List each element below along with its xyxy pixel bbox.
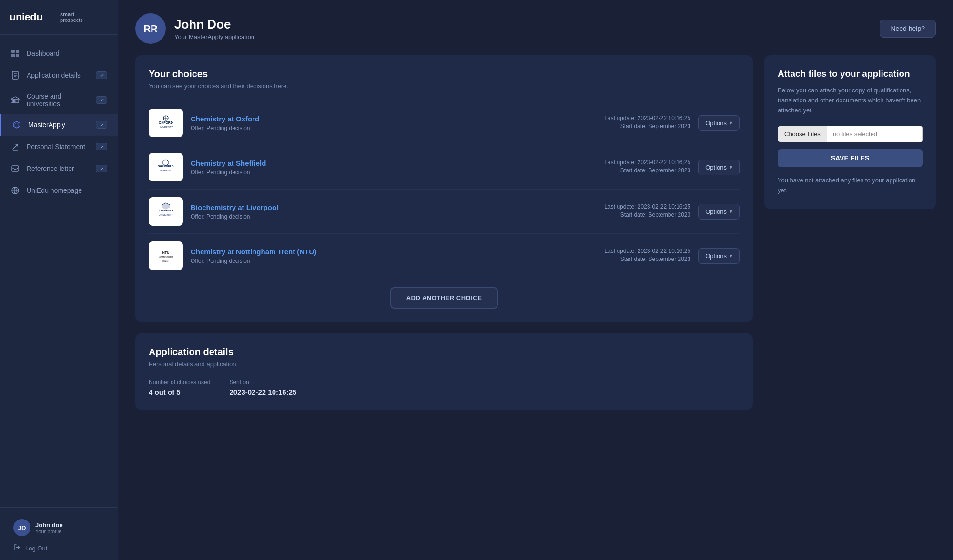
choice-name-sheffield: Chemistry at Sheffield bbox=[191, 159, 578, 167]
choice-offer-oxford: Offer: Pending decision bbox=[191, 125, 578, 131]
application-details-card: Application details Personal details and… bbox=[135, 333, 753, 410]
nav-badge bbox=[96, 165, 107, 172]
choice-dates-oxford: Last update: 2023-02-22 10:16:25 Start d… bbox=[586, 115, 690, 131]
save-files-button[interactable]: SAVE FILES bbox=[778, 149, 923, 167]
user-name: John doe bbox=[35, 521, 104, 529]
add-another-choice-button[interactable]: ADD ANOTHER CHOICE bbox=[390, 287, 498, 309]
personal-statement-icon bbox=[10, 142, 20, 151]
sent-on-stat: Sent on 2023-02-22 10:16:25 bbox=[229, 379, 296, 396]
options-button-sheffield[interactable]: Options ▾ bbox=[698, 160, 740, 175]
attach-desc: Below you can attach your copy of qualif… bbox=[778, 86, 923, 115]
svg-marker-13 bbox=[13, 121, 20, 128]
attach-title: Attach files to your application bbox=[778, 69, 923, 79]
choices-subtitle: You can see your choices and their decis… bbox=[149, 82, 740, 90]
svg-marker-14 bbox=[15, 123, 19, 128]
header-name: John Doe bbox=[174, 17, 254, 32]
svg-rect-1 bbox=[16, 50, 19, 53]
nav-items: Dashboard Application details bbox=[0, 35, 118, 507]
svg-text:OXFORD: OXFORD bbox=[159, 121, 173, 124]
choice-dates-ntu: Last update: 2023-02-22 10:16:25 Start d… bbox=[586, 248, 690, 264]
file-name-display: no files selected bbox=[827, 126, 923, 142]
uni-logo-liverpool: LIVERPOOL UNIVERSITY bbox=[149, 197, 183, 226]
choice-name-oxford: Chemistry at Oxford bbox=[191, 115, 578, 123]
svg-text:SHEFFIELD: SHEFFIELD bbox=[158, 165, 174, 168]
page-header: RR John Doe Your MasterApply application… bbox=[118, 0, 953, 55]
svg-text:NTU: NTU bbox=[162, 251, 169, 254]
options-button-oxford[interactable]: Options ▾ bbox=[698, 115, 740, 131]
choices-title: Your choices bbox=[149, 69, 740, 80]
logo-divider bbox=[51, 10, 51, 24]
sidebar-item-label: Application details bbox=[27, 71, 81, 79]
header-user-info: John Doe Your MasterApply application bbox=[174, 17, 254, 40]
choices-used-stat: Number of choices used 4 out of 5 bbox=[149, 379, 210, 396]
choices-used-value: 4 out of 5 bbox=[149, 388, 210, 396]
reference-letter-icon bbox=[10, 164, 20, 173]
svg-rect-0 bbox=[11, 50, 15, 53]
choice-name-ntu: Chemistry at Nottingham Trent (NTU) bbox=[191, 248, 578, 256]
sidebar-footer: JD John doe Your profile Log Out bbox=[0, 507, 118, 560]
choice-info-oxford: Chemistry at Oxford Offer: Pending decis… bbox=[191, 115, 578, 131]
sidebar-item-label: Reference letter bbox=[27, 165, 74, 172]
sidebar-item-course-universities[interactable]: Course and universities bbox=[0, 86, 118, 114]
svg-text:NOTTINGHAM: NOTTINGHAM bbox=[159, 256, 173, 259]
chevron-down-icon: ▾ bbox=[730, 164, 732, 170]
choice-start-date-ntu: Start date: September 2023 bbox=[586, 256, 690, 262]
chevron-down-icon: ▾ bbox=[730, 252, 732, 259]
choice-last-update-liverpool: Last update: 2023-02-22 10:16:25 bbox=[586, 203, 690, 210]
sidebar-item-personal-statement[interactable]: Personal Statement bbox=[0, 136, 118, 158]
choice-offer-ntu: Offer: Pending decision bbox=[191, 258, 578, 264]
logout-icon bbox=[13, 544, 20, 552]
svg-rect-16 bbox=[12, 166, 19, 171]
application-details-icon bbox=[10, 70, 20, 80]
logo-smart-bottom: prospects bbox=[60, 17, 83, 23]
choice-last-update-sheffield: Last update: 2023-02-22 10:16:25 bbox=[586, 159, 690, 166]
svg-rect-10 bbox=[15, 100, 16, 102]
attach-warning: You have not attached any files to your … bbox=[778, 176, 923, 196]
attach-card: Attach files to your application Below y… bbox=[764, 55, 936, 209]
choice-last-update-ntu: Last update: 2023-02-22 10:16:25 bbox=[586, 248, 690, 254]
choices-used-label: Number of choices used bbox=[149, 379, 210, 386]
header-avatar: RR bbox=[135, 13, 166, 44]
svg-rect-9 bbox=[12, 100, 14, 102]
choice-offer-liverpool: Offer: Pending decision bbox=[191, 213, 578, 220]
choice-row-ntu: NTU NOTTINGHAM TRENT Chemistry at Nottin… bbox=[149, 234, 740, 278]
sidebar-item-label: Dashboard bbox=[27, 50, 60, 57]
sidebar-logo: uniedu smart prospects bbox=[0, 0, 118, 35]
header-user: RR John Doe Your MasterApply application bbox=[135, 13, 254, 44]
need-help-button[interactable]: Need help? bbox=[880, 20, 936, 38]
choice-last-update-oxford: Last update: 2023-02-22 10:16:25 bbox=[586, 115, 690, 121]
sidebar-item-label: UniEdu homepage bbox=[27, 187, 82, 194]
choice-info-sheffield: Chemistry at Sheffield Offer: Pending de… bbox=[191, 159, 578, 176]
user-profile[interactable]: JD John doe Your profile bbox=[10, 515, 108, 540]
sidebar-item-dashboard[interactable]: Dashboard bbox=[0, 42, 118, 64]
file-input-row: Choose Files no files selected bbox=[778, 126, 923, 142]
nav-badge bbox=[96, 143, 107, 150]
uni-logo-sheffield: SHEFFIELD UNIVERSITY bbox=[149, 153, 183, 181]
logo-smart: smart prospects bbox=[60, 11, 83, 23]
sidebar-item-uniedu-homepage[interactable]: UniEdu homepage bbox=[0, 180, 118, 201]
uniedu-homepage-icon bbox=[10, 186, 20, 195]
choice-dates-sheffield: Last update: 2023-02-22 10:16:25 Start d… bbox=[586, 159, 690, 175]
choice-info-liverpool: Biochemistry at Liverpool Offer: Pending… bbox=[191, 203, 578, 220]
choice-row-oxford: OXFORD UNIVERSITY Chemistry at Oxford Of… bbox=[149, 101, 740, 145]
logo-uniedu: uniedu bbox=[10, 11, 42, 23]
choice-info-ntu: Chemistry at Nottingham Trent (NTU) Offe… bbox=[191, 248, 578, 264]
svg-text:TRENT: TRENT bbox=[162, 260, 170, 262]
sidebar-item-masterapply[interactable]: MasterApply bbox=[0, 114, 118, 136]
options-button-liverpool[interactable]: Options ▾ bbox=[698, 204, 740, 220]
sidebar-item-reference-letter[interactable]: Reference letter bbox=[0, 158, 118, 180]
choose-files-button[interactable]: Choose Files bbox=[778, 126, 827, 142]
user-sub: Your profile bbox=[35, 529, 104, 534]
chevron-down-icon: ▾ bbox=[730, 208, 732, 215]
sidebar-item-application-details[interactable]: Application details bbox=[0, 64, 118, 86]
app-details-subtitle: Personal details and application. bbox=[149, 360, 740, 368]
options-button-ntu[interactable]: Options ▾ bbox=[698, 248, 740, 264]
nav-badge bbox=[96, 96, 107, 104]
logout-button[interactable]: Log Out bbox=[10, 540, 108, 552]
uni-logo-ntu: NTU NOTTINGHAM TRENT bbox=[149, 241, 183, 270]
left-panel: Your choices You can see your choices an… bbox=[135, 55, 753, 410]
app-details-title: Application details bbox=[149, 347, 740, 358]
choice-offer-sheffield: Offer: Pending decision bbox=[191, 169, 578, 176]
avatar: JD bbox=[13, 519, 30, 536]
svg-text:UNIVERSITY: UNIVERSITY bbox=[159, 126, 173, 129]
